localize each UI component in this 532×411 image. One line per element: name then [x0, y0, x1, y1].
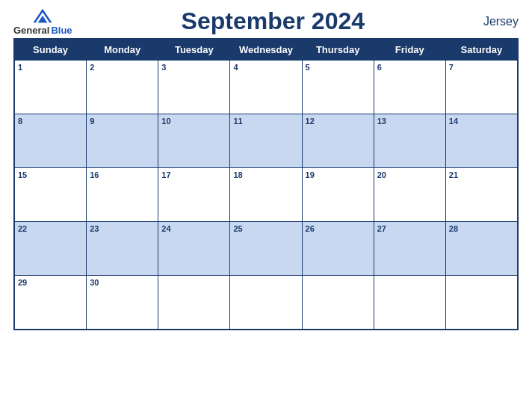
- day-number: 5: [306, 63, 371, 72]
- day-number: 27: [377, 224, 442, 233]
- day-cell: 26: [302, 222, 374, 276]
- day-number: 24: [161, 224, 226, 233]
- header-wednesday: Wednesday: [230, 40, 302, 61]
- day-cell: 16: [87, 168, 158, 222]
- day-number: 8: [18, 117, 83, 126]
- day-number: 12: [306, 117, 371, 126]
- day-cell: 3: [158, 61, 230, 114]
- logo-area: General Blue: [13, 7, 72, 35]
- day-cell: 15: [15, 168, 87, 222]
- week-row-1: 1234567: [15, 61, 518, 114]
- day-cell: 28: [445, 222, 517, 276]
- day-cell: 22: [15, 222, 87, 276]
- day-cell: 25: [230, 222, 302, 276]
- day-cell: 5: [302, 61, 374, 114]
- day-cell: 30: [87, 276, 158, 330]
- day-number: 19: [306, 170, 371, 179]
- week-row-3: 15161718192021: [15, 168, 518, 222]
- calendar-title: September 2024: [182, 7, 365, 35]
- day-number: 16: [90, 170, 155, 179]
- week-row-4: 22232425262728: [15, 222, 518, 276]
- day-number: 7: [449, 63, 514, 72]
- day-number: 15: [18, 170, 83, 179]
- day-number: 11: [233, 117, 298, 126]
- day-cell: [445, 276, 517, 330]
- day-number: 17: [161, 170, 226, 179]
- day-cell: 10: [158, 114, 230, 168]
- day-cell: [230, 276, 302, 330]
- day-number: 13: [377, 117, 442, 126]
- day-cell: 8: [15, 114, 87, 168]
- day-number: 10: [161, 117, 226, 126]
- day-cell: 9: [87, 114, 158, 168]
- day-number: 1: [18, 63, 83, 72]
- day-number: 30: [90, 278, 155, 287]
- calendar-grid: Sunday Monday Tuesday Wednesday Thursday…: [13, 38, 519, 330]
- header-sunday: Sunday: [15, 40, 87, 61]
- day-number: 14: [449, 117, 514, 126]
- day-number: 25: [233, 224, 298, 233]
- day-number: 9: [90, 117, 155, 126]
- day-number: 21: [449, 170, 514, 179]
- day-number: 4: [233, 63, 298, 72]
- day-cell: 4: [230, 61, 302, 114]
- header-thursday: Thursday: [302, 40, 374, 61]
- calendar-header: General Blue September 2024 Jersey: [13, 7, 519, 35]
- header-tuesday: Tuesday: [158, 40, 230, 61]
- day-cell: 23: [87, 222, 158, 276]
- day-cell: 17: [158, 168, 230, 222]
- day-cell: 14: [445, 114, 517, 168]
- week-row-2: 891011121314: [15, 114, 518, 168]
- day-cell: 18: [230, 168, 302, 222]
- day-cell: 24: [158, 222, 230, 276]
- day-cell: 11: [230, 114, 302, 168]
- day-number: 20: [377, 170, 442, 179]
- generalblue-icon: [32, 7, 53, 24]
- day-cell: 21: [445, 168, 517, 222]
- week-row-5: 2930: [15, 276, 518, 330]
- day-number: 22: [18, 224, 83, 233]
- day-number: 23: [90, 224, 155, 233]
- day-number: 28: [449, 224, 514, 233]
- logo-blue-text: Blue: [51, 25, 72, 35]
- day-cell: 13: [374, 114, 445, 168]
- day-number: 2: [90, 63, 155, 72]
- day-cell: 7: [445, 61, 517, 114]
- header-monday: Monday: [87, 40, 158, 61]
- day-cell: 12: [302, 114, 374, 168]
- day-cell: 2: [87, 61, 158, 114]
- day-cell: 1: [15, 61, 87, 114]
- day-cell: 29: [15, 276, 87, 330]
- day-cell: 19: [302, 168, 374, 222]
- day-number: 3: [161, 63, 226, 72]
- day-cell: [302, 276, 374, 330]
- day-cell: 27: [374, 222, 445, 276]
- region-label: Jersey: [474, 15, 519, 28]
- header-saturday: Saturday: [445, 40, 517, 61]
- day-number: 29: [18, 278, 83, 287]
- day-cell: [374, 276, 445, 330]
- day-cell: 6: [374, 61, 445, 114]
- day-number: 18: [233, 170, 298, 179]
- day-number: 26: [306, 224, 371, 233]
- day-number: 6: [377, 63, 442, 72]
- day-cell: [158, 276, 230, 330]
- day-cell: 20: [374, 168, 445, 222]
- days-of-week-row: Sunday Monday Tuesday Wednesday Thursday…: [15, 40, 518, 61]
- header-friday: Friday: [374, 40, 445, 61]
- logo-general-text: General: [13, 25, 49, 35]
